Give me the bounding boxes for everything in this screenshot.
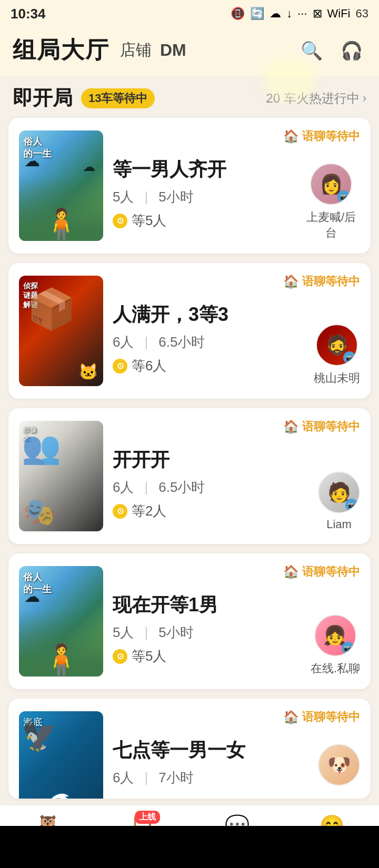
cloud-icon: ☁ (270, 7, 281, 21)
waiting-text-1: 等5人 (132, 211, 166, 230)
waiting-text-3: 等2人 (132, 502, 166, 520)
waiting-badge: 13车等待中 (81, 88, 155, 108)
status-text-4: 语聊等待中 (302, 564, 360, 580)
chevron-right-icon: › (363, 92, 366, 105)
avatar-name-4: 在线.私聊 (311, 661, 360, 677)
camera-icon-3: 📷 (348, 501, 356, 509)
more-icon: ··· (297, 7, 307, 21)
coin-icon-3: ⊙ (113, 504, 127, 519)
cover-image-3: 群像本 👥 🎭 (19, 421, 103, 531)
waiting-text-2: 等6人 (132, 357, 166, 375)
status-bar: 10:34 📵 🔄 ☁ ↓ ··· ⊠ WiFi 63 (0, 0, 379, 27)
avatar-area-2: 🧔 📷 桃山未明 (314, 324, 360, 386)
sync-icon: 🔄 (250, 7, 264, 21)
game-card-4[interactable]: 俗人的一生 🧍 ☁ 🏠 语聊等待中 现在开等1男 5人 | 5小时 ⊙ 等5人 (8, 553, 371, 689)
status-text-2: 语聊等待中 (302, 274, 360, 289)
status-text-3: 语聊等待中 (302, 419, 360, 435)
status-tag-2: 🏠 语聊等待中 (283, 274, 360, 289)
hours-1: 5小时 (158, 188, 193, 206)
avatar-2: 🧔 📷 (316, 324, 358, 366)
status-tag-1: 🏠 语聊等待中 (283, 128, 360, 144)
download-icon: ↓ (286, 7, 292, 21)
status-tag-4: 🏠 语聊等待中 (283, 564, 360, 580)
header-icons: 🔍 🎧 (297, 36, 366, 65)
camera-icon-2: 📷 (346, 354, 354, 361)
camera-icon-4: 📷 (344, 644, 352, 652)
signal-icon: 📵 (231, 7, 245, 21)
header-nav[interactable]: 店铺 DM (120, 39, 186, 61)
coin-icon-4: ⊙ (113, 649, 127, 664)
house-icon-3: 🏠 (283, 419, 299, 434)
script-badge: 上线 (135, 811, 160, 824)
hours-4: 5小时 (158, 623, 193, 642)
status-tag-3: 🏠 语聊等待中 (283, 419, 360, 435)
status-text-5: 语聊等待中 (302, 709, 360, 725)
people-count-1: 5人 (113, 188, 134, 206)
avatar-badge-4: 📷 (342, 642, 354, 654)
header: 组局大厅 店铺 DM 🔍 🎧 (0, 27, 379, 76)
avatar-name-2: 桃山未明 (314, 370, 360, 386)
game-card-1[interactable]: 俗人的一生 🧍 ☁ ☁ 🏠 语聊等待中 等一男人齐开 5人 | 5小时 ⊙ (8, 118, 371, 254)
avatar-4: 👧 📷 (314, 614, 356, 657)
avatar-area-1: 👩 📷 上麦喊/后台 (302, 163, 360, 241)
cover-image-4: 俗人的一生 🧍 ☁ (19, 566, 103, 677)
headset-button[interactable]: 🎧 (337, 36, 366, 65)
avatar-badge-1: 📷 (337, 190, 350, 203)
avatar-face-5: 🐶 (319, 745, 359, 785)
status-text-1: 语聊等待中 (302, 128, 360, 144)
status-time: 10:34 (11, 6, 46, 22)
avatar-name-1: 上麦喊/后台 (302, 209, 360, 241)
avatar-name-3: Liam (326, 518, 352, 531)
people-count-5: 6人 (113, 769, 134, 787)
wifi-icon: WiFi (327, 7, 351, 21)
hours-5: 7小时 (158, 769, 193, 787)
hours-3: 6.5小时 (158, 478, 205, 497)
hours-2: 6.5小时 (158, 333, 205, 351)
nav-dm[interactable]: DM (160, 41, 186, 60)
nav-shop[interactable]: 店铺 (120, 39, 152, 61)
avatar-area-4: 👧 📷 在线.私聊 (311, 614, 360, 677)
avatar-badge-3: 📷 (345, 499, 358, 511)
android-nav-bar (0, 826, 379, 868)
section-title: 即开局 (13, 85, 73, 112)
avatar-1: 👩 📷 (310, 163, 352, 205)
game-card-2[interactable]: 侦探谜题解谜 📦 🐱 🏠 语聊等待中 人满开，3等3 6人 | 6.5小时 ⊙ … (8, 263, 371, 399)
people-count-4: 5人 (113, 623, 134, 642)
people-count-2: 6人 (113, 333, 134, 351)
people-count-3: 6人 (113, 478, 134, 497)
battery-block-icon: ⊠ (313, 7, 322, 21)
cover-image-1: 俗人的一生 🧍 ☁ ☁ (19, 130, 103, 241)
cover-image-5: 海底 🦅 🌊 (19, 711, 103, 799)
header-decoration (263, 59, 316, 101)
house-icon-5: 🏠 (283, 710, 299, 724)
avatar-3: 🧑 📷 (318, 471, 360, 513)
battery-level: 63 (356, 7, 368, 21)
avatar-area-5: 🐶 (318, 744, 360, 786)
avatar-5: 🐶 (318, 744, 360, 786)
status-right-icons: 📵 🔄 ☁ ↓ ··· ⊠ WiFi 63 (231, 7, 368, 21)
game-card-3[interactable]: 群像本 👥 🎭 🏠 语聊等待中 开开开 6人 | 6.5小时 ⊙ 等2人 (8, 408, 371, 544)
avatar-badge-2: 📷 (343, 351, 356, 364)
status-tag-5: 🏠 语聊等待中 (283, 709, 360, 725)
house-icon-4: 🏠 (283, 564, 299, 579)
main-content: 俗人的一生 🧍 ☁ ☁ 🏠 语聊等待中 等一男人齐开 5人 | 5小时 ⊙ (0, 118, 379, 868)
search-button[interactable]: 🔍 (297, 36, 326, 65)
cover-image-2: 侦探谜题解谜 📦 🐱 (19, 276, 103, 386)
waiting-text-4: 等5人 (132, 647, 166, 665)
section-header: 即开局 13车等待中 20 车火热进行中 › (0, 76, 379, 118)
header-title: 组局大厅 (13, 35, 109, 66)
coin-icon-1: ⊙ (113, 214, 127, 228)
house-icon-1: 🏠 (283, 129, 299, 144)
avatar-area-3: 🧑 📷 Liam (318, 471, 360, 531)
camera-icon-1: 📷 (340, 193, 348, 200)
card-title-3: 开开开 (113, 447, 360, 473)
game-card-5[interactable]: 海底 🦅 🌊 🏠 语聊等待中 七点等一男一女 6人 | 7小时 🐶 (8, 699, 371, 799)
coin-icon-2: ⊙ (113, 359, 127, 374)
house-icon-2: 🏠 (283, 274, 299, 289)
